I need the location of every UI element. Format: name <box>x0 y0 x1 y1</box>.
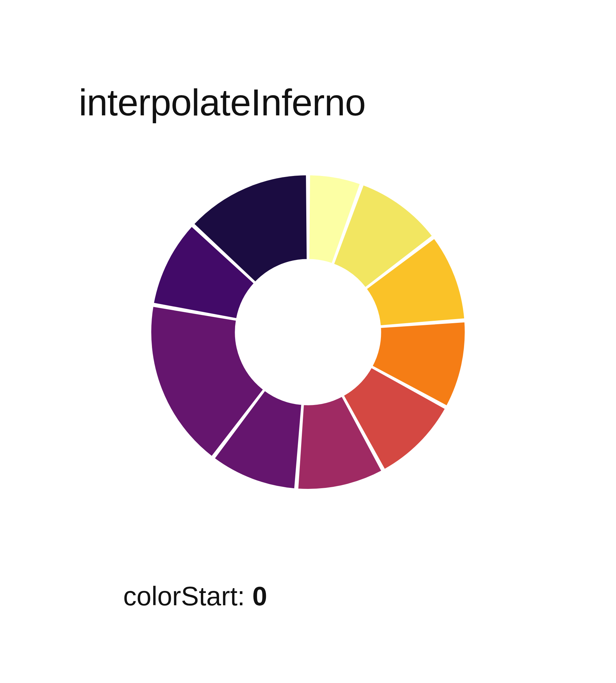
chart-params: colorStart: 0 colorEnd: 1 useEndAsStart:… <box>79 534 367 683</box>
param-value: 0 <box>252 581 267 611</box>
chart-title: interpolateInferno <box>79 80 365 124</box>
param-label: colorStart: <box>123 581 252 611</box>
donut-chart <box>147 171 469 493</box>
